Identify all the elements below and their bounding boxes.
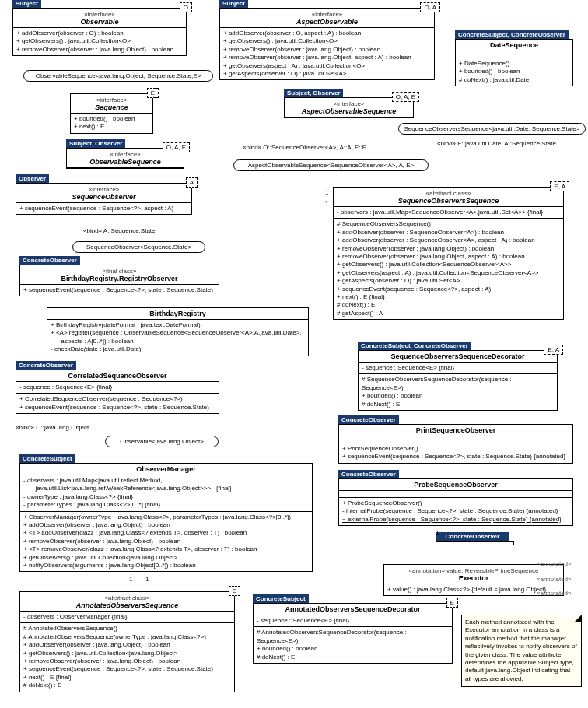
template-params: O xyxy=(180,2,192,12)
binding-seq-observer-state: SequenceObserver<Sequence.State> xyxy=(72,241,205,253)
binding-aspect-obs-seq: AspectObservableSequence<SequenceObserve… xyxy=(233,159,429,171)
class-birthday-registry: BirthdayRegistry + BirthdayRegistry(date… xyxy=(47,307,309,356)
class-seq-observers-decorator: ConcreteSubject, ConcreteObserver E, A S… xyxy=(358,350,558,411)
class-observable: Subject O «interface»Observable + addObs… xyxy=(12,8,187,56)
class-registry-observer: ConcreteObserver «final class»BirthdayRe… xyxy=(19,265,219,296)
binding-seq-obs-seq: SequenceObserversSequence<java.util.Date… xyxy=(398,123,586,135)
class-aspect-observable: Subject O, A «interface»AspectObservable… xyxy=(219,8,435,80)
tag-concrete-observer: ConcreteObserver xyxy=(436,541,514,545)
class-sequence-observers-sequence: E, A «abstract class»SequenceObserversSe… xyxy=(333,187,564,320)
class-sequence-observer: Observer A «interface»SequenceObserver +… xyxy=(16,183,192,215)
class-date-sequence: ConcreteSubject, ConcreteObserver DateSe… xyxy=(455,39,573,86)
binding-observable-sequence: ObservableSequence<java.lang.Object, Seq… xyxy=(23,70,213,82)
class-observable-sequence: Subject, Observer O, A, E «interface»Obs… xyxy=(66,148,184,169)
class-sequence: E «interface»Sequence + bounded() : bool… xyxy=(70,93,153,134)
comment-note: Each method annotated with the Executor … xyxy=(461,615,582,687)
class-print-observer: ConcreteObserver PrintSequenceObserver +… xyxy=(338,424,573,464)
class-probe-observer: ConcreteObserver ProbeSequenceObserver +… xyxy=(338,478,573,526)
uml-diagram: Subject O «interface»Observable + addObs… xyxy=(0,0,588,708)
class-annotated-observers-sequence: E «abstract class»AnnotatedObserversSequ… xyxy=(19,591,235,692)
binding-observable-jlang: Observable<java.lang.Object> xyxy=(105,436,219,447)
class-observer-manager: ConcreteSubject ObserverManager - observ… xyxy=(19,463,313,572)
class-correlated-observer: ConcreteObserver CorrelatedSequenceObser… xyxy=(16,370,219,414)
stereotype-tag: Subject xyxy=(12,0,41,8)
class-annotated-decorator: ConcreteSubject E AnnotatedObserversSequ… xyxy=(253,603,453,664)
class-aspect-observable-sequence: Subject, Observer O, A, E «interface»Asp… xyxy=(284,97,414,118)
